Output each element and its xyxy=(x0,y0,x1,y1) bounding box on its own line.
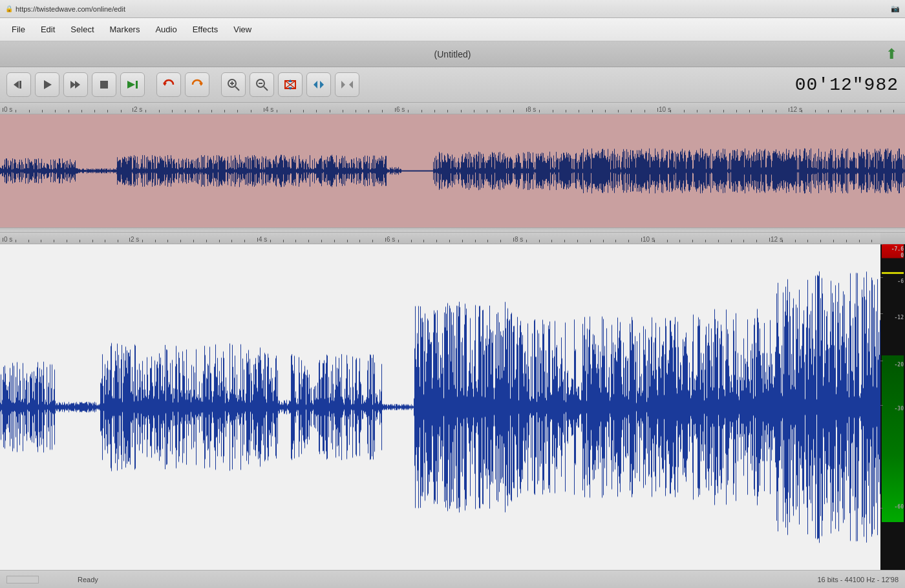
menu-select[interactable]: Select xyxy=(64,22,100,37)
overview-waveform[interactable] xyxy=(0,114,905,227)
svg-marker-3 xyxy=(70,81,76,89)
zoom-sel-out-button[interactable] xyxy=(335,72,359,97)
main-waveform-section xyxy=(0,244,905,570)
zoom-out-button[interactable] xyxy=(250,72,274,97)
audio-info: 16 bits - 44100 Hz - 12'98 xyxy=(817,576,899,583)
fit-to-window-button[interactable] xyxy=(278,72,303,97)
toolbar: 00'12"982 xyxy=(0,67,905,103)
svg-rect-5 xyxy=(100,81,108,89)
menu-bar: File Edit Select Markers Audio Effects V… xyxy=(0,18,905,41)
menu-file[interactable]: File xyxy=(5,22,32,37)
waveform-container[interactable] xyxy=(0,244,880,570)
title-bar: 🔒 https://twistedwave.com/online/edit 📷 xyxy=(0,0,905,18)
zoom-sel-in-button[interactable] xyxy=(306,72,331,97)
main-ruler xyxy=(0,233,905,244)
svg-marker-24 xyxy=(341,81,345,89)
svg-line-11 xyxy=(235,87,239,90)
svg-marker-6 xyxy=(127,81,135,89)
menu-edit[interactable]: Edit xyxy=(34,22,61,37)
status-bar: Ready 16 bits - 44100 Hz - 12'98 xyxy=(0,570,905,588)
app-title: (Untitled) xyxy=(434,49,471,59)
time-display: 00'12"982 xyxy=(795,75,899,95)
undo-button[interactable] xyxy=(156,72,181,97)
lock-icon: 🔒 xyxy=(5,5,13,12)
play-button[interactable] xyxy=(35,72,59,97)
svg-rect-1 xyxy=(19,81,21,89)
menu-effects[interactable]: Effects xyxy=(186,22,225,37)
stop-button[interactable] xyxy=(92,72,116,97)
redo-button[interactable] xyxy=(185,72,209,97)
svg-line-15 xyxy=(264,87,268,90)
section-divider xyxy=(0,227,905,233)
rewind-button[interactable] xyxy=(6,72,31,97)
url-text: https://twistedwave.com/online/edit xyxy=(16,5,125,13)
camera-icon: 📷 xyxy=(891,5,900,13)
svg-marker-22 xyxy=(314,81,317,89)
app-title-bar: (Untitled) ⬆ xyxy=(0,41,905,67)
svg-rect-7 xyxy=(136,81,138,89)
go-end-button[interactable] xyxy=(120,72,145,97)
status-text: Ready xyxy=(78,576,98,583)
fast-forward-button[interactable] xyxy=(63,72,88,97)
zoom-in-button[interactable] xyxy=(221,72,246,97)
svg-marker-2 xyxy=(44,80,52,89)
level-meter xyxy=(880,244,905,570)
svg-marker-23 xyxy=(320,81,324,89)
svg-marker-0 xyxy=(14,81,19,89)
overview-ruler xyxy=(0,103,905,114)
svg-marker-4 xyxy=(75,81,80,89)
progress-indicator xyxy=(6,576,39,583)
menu-markers[interactable]: Markers xyxy=(103,22,147,37)
share-icon[interactable]: ⬆ xyxy=(886,46,897,63)
svg-marker-25 xyxy=(349,81,353,89)
menu-view[interactable]: View xyxy=(227,22,258,37)
menu-audio[interactable]: Audio xyxy=(149,22,183,37)
